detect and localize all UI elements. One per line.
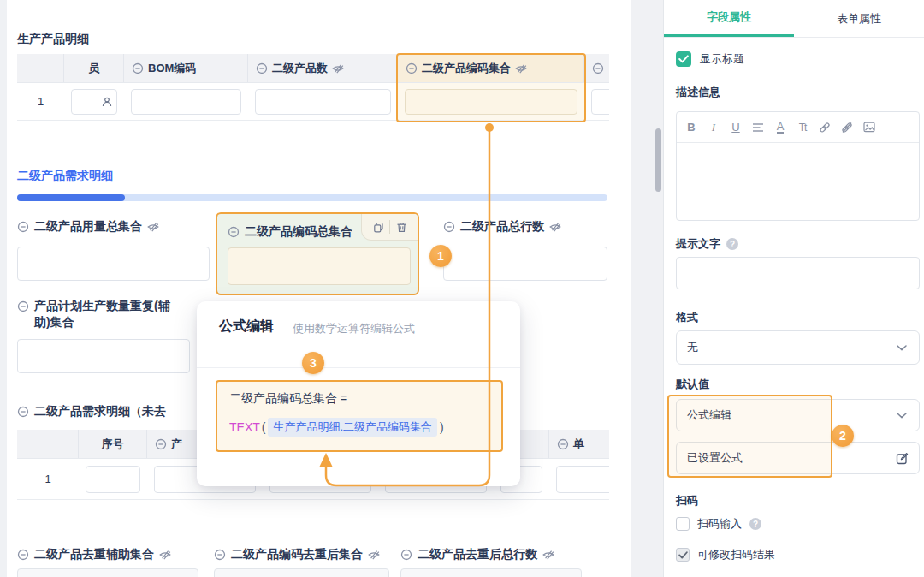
- eye-off-icon: [542, 549, 554, 561]
- description-textarea[interactable]: [677, 143, 919, 220]
- formula-box[interactable]: 二级产品编码总集合 = TEXT ( 生产产品明细.二级产品编码集合 ): [216, 380, 503, 452]
- scrollbar-thumb[interactable]: [655, 128, 661, 192]
- underline-button[interactable]: U: [725, 117, 747, 138]
- callout-badge-2: 2: [832, 425, 854, 447]
- section1-title: 生产产品明细: [17, 32, 89, 47]
- field-code-total-input[interactable]: [228, 247, 411, 285]
- hint-text-input[interactable]: [676, 257, 920, 289]
- formula-icon: [17, 221, 29, 233]
- scan-input-checkbox[interactable]: [676, 517, 690, 531]
- formula-icon: [17, 406, 29, 418]
- t1-row-number: 1: [17, 83, 64, 120]
- production-detail-table: 员 BOM编码 二级产品数 二级产品编码集合 1: [17, 54, 609, 121]
- formula-icon: [155, 438, 167, 450]
- field-dedup-helper-label: 二级产品去重辅助集合: [17, 547, 171, 562]
- default-value-select[interactable]: 公式编辑: [676, 399, 920, 431]
- t1-count-input[interactable]: [255, 89, 391, 115]
- scan-input-label: 扫码输入: [697, 516, 742, 532]
- t1-header-bom[interactable]: BOM编码: [124, 54, 248, 82]
- check-icon: [678, 551, 688, 559]
- formula-icon: [17, 300, 29, 312]
- field-dedup-codes-input[interactable]: [214, 568, 389, 577]
- t2-header-unit[interactable]: 单: [549, 430, 609, 458]
- formula-icon: [17, 549, 29, 561]
- t2-seq-input[interactable]: [86, 466, 140, 493]
- scan-input-row[interactable]: 扫码输入 ?: [676, 516, 761, 532]
- scan-heading: 扫码: [676, 493, 698, 509]
- eye-off-icon: [332, 62, 344, 74]
- section2-title[interactable]: 二级产品需求明细: [17, 169, 113, 184]
- field-dedup-helper-input[interactable]: [17, 568, 198, 577]
- show-title-checkbox[interactable]: [676, 51, 691, 67]
- formula-icon: [214, 549, 226, 561]
- tab-field-props[interactable]: 字段属性: [664, 0, 794, 37]
- callout-badge-3: 3: [302, 352, 324, 374]
- formula-icon: [256, 62, 268, 74]
- formula-status-row[interactable]: 已设置公式: [676, 442, 920, 474]
- italic-button[interactable]: I: [702, 117, 725, 138]
- formula-close-paren: ): [440, 420, 444, 434]
- field-usage-total-label: 二级产品用量总集合: [17, 219, 159, 235]
- field-dedup-rows-label: 二级产品去重后总行数: [400, 547, 554, 562]
- formula-field-chip[interactable]: 生产产品明细.二级产品编码集合: [268, 418, 437, 437]
- formula-icon: [132, 62, 144, 74]
- section-progress-track: [17, 194, 607, 201]
- scan-editable-label: 可修改扫码结果: [697, 547, 775, 562]
- modal-subtitle: 使用数学运算符编辑公式: [293, 321, 415, 336]
- formula-icon: [443, 221, 455, 233]
- scan-editable-row[interactable]: 可修改扫码结果: [676, 547, 775, 562]
- t1-header-codes[interactable]: 二级产品编码集合: [398, 54, 584, 82]
- formula-status-text: 已设置公式: [687, 450, 743, 466]
- scan-editable-checkbox[interactable]: [676, 548, 690, 562]
- formula-target: 二级产品编码总集合 =: [229, 391, 347, 407]
- tab-form-props[interactable]: 表单属性: [794, 0, 924, 37]
- t1-member-input[interactable]: [71, 89, 117, 115]
- t2-unit-input[interactable]: [556, 466, 609, 493]
- eye-off-icon: [147, 221, 159, 233]
- description-heading: 描述信息: [676, 85, 720, 100]
- eye-off-icon: [549, 221, 561, 233]
- copy-field-button[interactable]: [367, 217, 389, 237]
- eye-off-icon: [368, 549, 380, 561]
- field-action-pill: [361, 214, 418, 241]
- t1-next-input[interactable]: [591, 89, 609, 115]
- detail-table-label: 二级产品需求明细（未去: [17, 404, 166, 419]
- insert-image-button[interactable]: [858, 117, 880, 138]
- modal-divider: [197, 367, 520, 368]
- field-usage-total-input[interactable]: [17, 247, 210, 281]
- t1-codes-input[interactable]: [405, 89, 578, 115]
- panel-tabbar: 字段属性 表单属性: [664, 0, 924, 38]
- help-icon[interactable]: ?: [749, 518, 761, 530]
- formula-icon: [406, 62, 418, 74]
- selected-field-code-total[interactable]: 二级产品编码总集合: [216, 212, 419, 295]
- formula-icon: [592, 62, 604, 74]
- section-progress-fill: [17, 194, 125, 201]
- format-select[interactable]: 无: [676, 330, 920, 365]
- page-left-gutter: [0, 0, 7, 577]
- t2-header-seq[interactable]: 序号: [79, 430, 147, 458]
- format-heading: 格式: [676, 310, 698, 325]
- field-dedup-rows-input[interactable]: [400, 568, 582, 577]
- align-button[interactable]: [747, 117, 769, 138]
- t1-header-next[interactable]: [584, 54, 609, 82]
- link-button[interactable]: [814, 117, 836, 138]
- help-icon[interactable]: ?: [726, 238, 738, 250]
- t1-header-rownum: [17, 54, 64, 82]
- t1-bom-input[interactable]: [131, 89, 241, 115]
- field-plan-repeat-input[interactable]: [17, 339, 190, 373]
- formula-open-paren: (: [262, 420, 266, 434]
- font-size-button[interactable]: Tt: [791, 117, 814, 138]
- edit-formula-icon[interactable]: [896, 452, 909, 465]
- description-editor: B I U A Tt: [676, 111, 920, 221]
- t1-header-count[interactable]: 二级产品数: [248, 54, 398, 82]
- t1-header-member[interactable]: 员: [64, 54, 124, 82]
- show-title-row[interactable]: 显示标题: [676, 51, 744, 67]
- delete-field-button[interactable]: [390, 217, 412, 237]
- bold-button[interactable]: B: [680, 117, 702, 138]
- hint-text-heading: 提示文字: [676, 236, 720, 252]
- font-color-button[interactable]: A: [769, 117, 791, 138]
- show-title-label: 显示标题: [700, 51, 744, 67]
- unlink-button[interactable]: [836, 117, 858, 138]
- format-value: 无: [687, 340, 698, 355]
- field-row-total-input[interactable]: [443, 247, 607, 281]
